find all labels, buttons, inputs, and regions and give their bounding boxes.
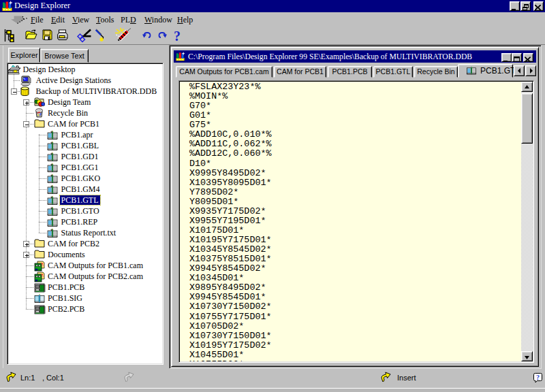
- svg-text:?: ?: [536, 374, 540, 381]
